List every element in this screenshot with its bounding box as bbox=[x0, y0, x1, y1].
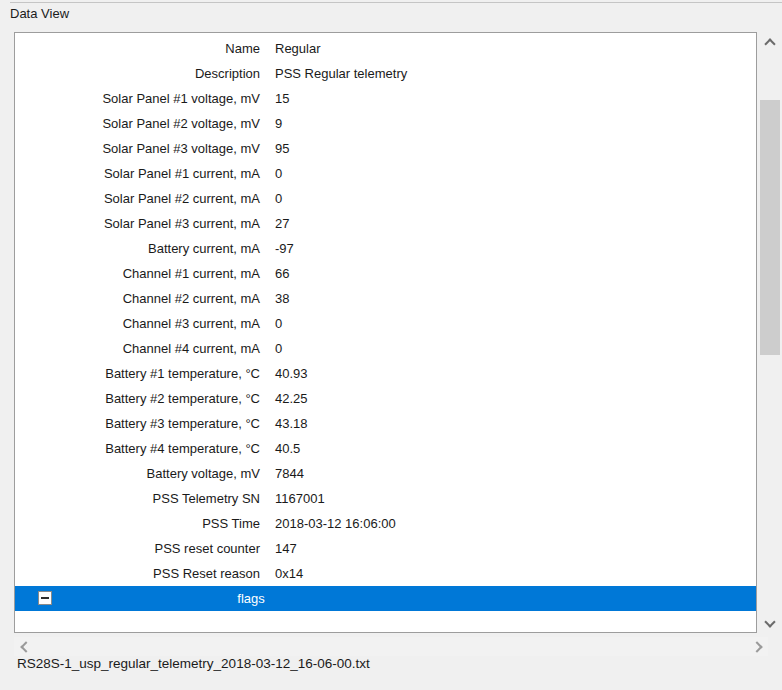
horizontal-scrollbar[interactable] bbox=[14, 637, 768, 656]
table-row[interactable]: PSS Reset reason 0x14 bbox=[15, 561, 756, 586]
top-divider bbox=[10, 2, 782, 3]
row-label: Solar Panel #1 voltage, mV bbox=[15, 86, 260, 111]
table-row[interactable]: PSS Time 2018-03-12 16:06:00 bbox=[15, 511, 756, 536]
row-label: Battery voltage, mV bbox=[15, 461, 260, 486]
groupbox-title: Data View bbox=[10, 6, 69, 21]
row-label: Name bbox=[15, 36, 260, 61]
data-rows: Name Regular Description PSS Regular tel… bbox=[15, 36, 756, 586]
row-value: 1167001 bbox=[260, 486, 756, 511]
scroll-up-button[interactable] bbox=[758, 32, 782, 52]
vertical-scrollbar-thumb[interactable] bbox=[760, 100, 780, 355]
row-label: Channel #1 current, mA bbox=[15, 261, 260, 286]
row-label: Battery #4 temperature, °C bbox=[15, 436, 260, 461]
table-row[interactable]: Channel #1 current, mA 66 bbox=[15, 261, 756, 286]
row-value: 43.18 bbox=[260, 411, 756, 436]
table-row[interactable]: Description PSS Regular telemetry bbox=[15, 61, 756, 86]
row-label: Solar Panel #3 voltage, mV bbox=[15, 136, 260, 161]
row-value: 7844 bbox=[260, 461, 756, 486]
scroll-right-button[interactable] bbox=[748, 637, 768, 656]
row-value: 42.25 bbox=[260, 386, 756, 411]
scroll-left-button[interactable] bbox=[14, 637, 34, 656]
table-row[interactable]: PSS reset counter 147 bbox=[15, 536, 756, 561]
chevron-right-icon bbox=[751, 641, 762, 652]
table-row[interactable]: PSS Telemetry SN 1167001 bbox=[15, 486, 756, 511]
row-value: 0 bbox=[260, 336, 756, 361]
table-row[interactable]: Solar Panel #2 current, mA 0 bbox=[15, 186, 756, 211]
table-row[interactable]: Solar Panel #3 current, mA 27 bbox=[15, 211, 756, 236]
row-value: 9 bbox=[260, 111, 756, 136]
row-label: Battery current, mA bbox=[15, 236, 260, 261]
table-row[interactable]: Battery #2 temperature, °C 42.25 bbox=[15, 386, 756, 411]
row-label: Solar Panel #2 current, mA bbox=[15, 186, 260, 211]
row-value: -97 bbox=[260, 236, 756, 261]
table-row[interactable]: Channel #4 current, mA 0 bbox=[15, 336, 756, 361]
row-value: PSS Regular telemetry bbox=[260, 61, 756, 86]
table-row[interactable]: Solar Panel #3 voltage, mV 95 bbox=[15, 136, 756, 161]
row-value: 0 bbox=[260, 186, 756, 211]
table-row[interactable]: Channel #2 current, mA 38 bbox=[15, 286, 756, 311]
table-row[interactable]: Battery #3 temperature, °C 43.18 bbox=[15, 411, 756, 436]
row-label: Solar Panel #3 current, mA bbox=[15, 211, 260, 236]
table-row[interactable]: Solar Panel #1 current, mA 0 bbox=[15, 161, 756, 186]
table-row[interactable]: Battery #1 temperature, °C 40.93 bbox=[15, 361, 756, 386]
chevron-up-icon bbox=[764, 38, 775, 49]
row-label: PSS Telemetry SN bbox=[15, 486, 260, 511]
chevron-left-icon bbox=[20, 641, 31, 652]
row-label: Battery #1 temperature, °C bbox=[15, 361, 260, 386]
row-label: Battery #2 temperature, °C bbox=[15, 386, 260, 411]
scroll-down-button[interactable] bbox=[758, 613, 782, 633]
row-label: Solar Panel #1 current, mA bbox=[15, 161, 260, 186]
row-value: 0x14 bbox=[260, 561, 756, 586]
row-value: 15 bbox=[260, 86, 756, 111]
row-label: Channel #3 current, mA bbox=[15, 311, 260, 336]
chevron-down-icon bbox=[764, 616, 775, 627]
row-value: 38 bbox=[260, 286, 756, 311]
table-row[interactable]: Solar Panel #1 voltage, mV 15 bbox=[15, 86, 756, 111]
row-value: 147 bbox=[260, 536, 756, 561]
table-row[interactable]: Battery voltage, mV 7844 bbox=[15, 461, 756, 486]
row-label: PSS reset counter bbox=[15, 536, 260, 561]
collapse-expander-button[interactable] bbox=[38, 591, 52, 605]
row-value: 2018-03-12 16:06:00 bbox=[260, 511, 756, 536]
row-value: Regular bbox=[260, 36, 756, 61]
table-row[interactable]: Solar Panel #2 voltage, mV 9 bbox=[15, 111, 756, 136]
minus-icon bbox=[41, 597, 49, 599]
row-value: 40.93 bbox=[260, 361, 756, 386]
row-value: 0 bbox=[260, 161, 756, 186]
table-row[interactable]: Battery #4 temperature, °C 40.5 bbox=[15, 436, 756, 461]
vertical-scrollbar[interactable] bbox=[758, 32, 782, 633]
table-row[interactable]: Name Regular bbox=[15, 36, 756, 61]
row-value: 40.5 bbox=[260, 436, 756, 461]
row-value: 27 bbox=[260, 211, 756, 236]
table-row[interactable]: Battery current, mA -97 bbox=[15, 236, 756, 261]
row-label: Channel #2 current, mA bbox=[15, 286, 260, 311]
row-value: 0 bbox=[260, 311, 756, 336]
data-view-panel: Name Regular Description PSS Regular tel… bbox=[14, 32, 757, 633]
row-value: 66 bbox=[260, 261, 756, 286]
row-label: Battery #3 temperature, °C bbox=[15, 411, 260, 436]
row-label: PSS Time bbox=[15, 511, 260, 536]
row-value: 95 bbox=[260, 136, 756, 161]
status-filename: RS28S-1_usp_regular_telemetry_2018-03-12… bbox=[17, 656, 370, 671]
flags-group-row[interactable]: flags bbox=[15, 586, 756, 611]
row-label: Description bbox=[15, 61, 260, 86]
group-row-label: flags bbox=[15, 586, 487, 611]
row-label: Channel #4 current, mA bbox=[15, 336, 260, 361]
table-row[interactable]: Channel #3 current, mA 0 bbox=[15, 311, 756, 336]
row-label: PSS Reset reason bbox=[15, 561, 260, 586]
row-label: Solar Panel #2 voltage, mV bbox=[15, 111, 260, 136]
